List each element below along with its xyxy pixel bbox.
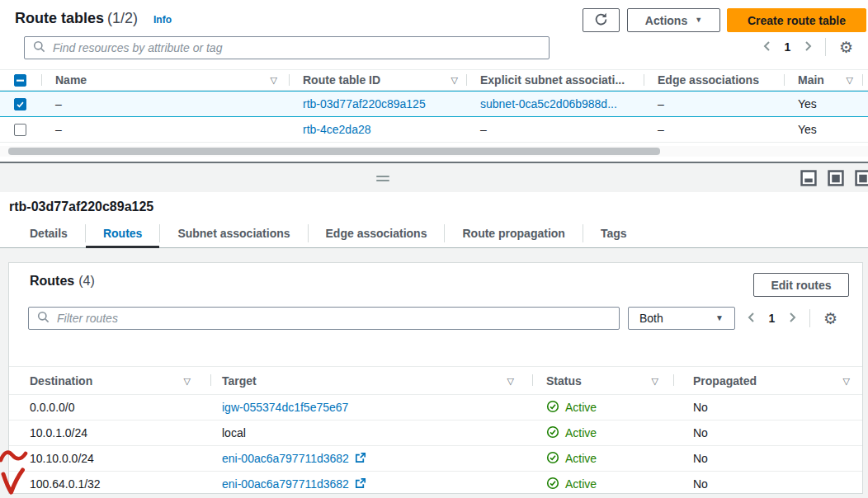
divider bbox=[644, 74, 644, 86]
table-row[interactable]: – rtb-03d77af220c89a125 subnet-0ca5c2d06… bbox=[0, 91, 868, 117]
refresh-button[interactable] bbox=[583, 8, 620, 32]
cell-name: – bbox=[41, 123, 289, 136]
row-checkbox-checked[interactable] bbox=[14, 98, 26, 110]
filter-scope-select[interactable]: Both ▼ bbox=[628, 307, 735, 330]
external-link-icon[interactable] bbox=[355, 452, 366, 466]
column-header-edge-associations[interactable]: Edge associations bbox=[644, 73, 784, 87]
next-page-icon[interactable] bbox=[788, 312, 797, 326]
split-panel: rtb-03d77af220c89a125 Details Routes Sub… bbox=[0, 192, 868, 248]
page-number[interactable]: 1 bbox=[785, 40, 791, 54]
cell-propagated: No bbox=[673, 401, 862, 414]
sort-icon[interactable]: ▽ bbox=[451, 75, 458, 86]
cell-destination: 10.0.1.0/24 bbox=[9, 426, 210, 439]
settings-gear-icon[interactable]: ⚙ bbox=[823, 311, 837, 327]
cell-propagated: No bbox=[673, 477, 862, 491]
column-header-propagated[interactable]: Propagated ▽ bbox=[673, 374, 862, 388]
search-input[interactable] bbox=[51, 40, 540, 55]
resource-search[interactable] bbox=[24, 36, 550, 59]
tab-details[interactable]: Details bbox=[12, 219, 85, 247]
routes-table-header: Destination ▽ Target ▽ Status ▽ Propagat… bbox=[9, 366, 862, 395]
divider bbox=[466, 74, 467, 86]
route-row: 10.10.0.0/24 eni-00ac6a797711d3682 Activ… bbox=[9, 446, 862, 472]
tab-subnet-associations[interactable]: Subnet associations bbox=[160, 219, 307, 247]
column-header-name[interactable]: Name ▽ bbox=[41, 73, 289, 87]
actions-button[interactable]: Actions ▼ bbox=[627, 8, 720, 32]
page-number[interactable]: 1 bbox=[769, 312, 776, 325]
route-tables-header: Name ▽ Route table ID ▽ Explicit subnet … bbox=[0, 69, 868, 91]
subnet-association-link[interactable]: subnet-0ca5c2d06b988d... bbox=[480, 97, 617, 110]
route-tables-table: Name ▽ Route table ID ▽ Explicit subnet … bbox=[0, 69, 868, 143]
routes-pagination: 1 ⚙ bbox=[747, 309, 837, 327]
cell-explicit-subnet: – bbox=[466, 123, 644, 136]
route-table-id-link[interactable]: rtb-4ce2da28 bbox=[303, 123, 371, 136]
info-link[interactable]: Info bbox=[153, 14, 172, 26]
sort-icon[interactable]: ▽ bbox=[843, 375, 850, 386]
resize-drag-handle[interactable] bbox=[376, 176, 389, 184]
tab-edge-associations[interactable]: Edge associations bbox=[309, 219, 445, 247]
tab-bar: Details Routes Subnet associations Edge … bbox=[0, 219, 868, 248]
edit-routes-button[interactable]: Edit routes bbox=[753, 273, 849, 297]
routes-filter-input[interactable] bbox=[55, 311, 611, 326]
sort-icon[interactable]: ▽ bbox=[507, 375, 514, 386]
column-header-route-table-id[interactable]: Route table ID ▽ bbox=[289, 73, 466, 87]
sort-icon[interactable]: ▽ bbox=[847, 75, 853, 86]
target-link[interactable]: eni-00ac6a797711d3682 bbox=[222, 452, 349, 465]
cell-destination: 100.64.0.1/32 bbox=[9, 477, 210, 491]
route-row: 0.0.0.0/0 igw-055374dc1f5e75e67 Active N… bbox=[9, 395, 862, 420]
column-header-status[interactable]: Status ▽ bbox=[532, 374, 673, 388]
status-active-icon bbox=[546, 451, 559, 467]
settings-gear-icon[interactable]: ⚙ bbox=[839, 40, 853, 55]
panel-hide-icon[interactable] bbox=[855, 170, 868, 189]
sort-icon[interactable]: ▽ bbox=[652, 375, 658, 386]
column-header-explicit-subnet[interactable]: Explicit subnet associati... bbox=[466, 73, 644, 87]
route-table-id-link[interactable]: rtb-03d77af220c89a125 bbox=[303, 97, 426, 110]
divider bbox=[673, 374, 674, 386]
next-page-icon[interactable] bbox=[804, 40, 813, 54]
status-label: Active bbox=[565, 477, 597, 491]
column-header-target[interactable]: Target ▽ bbox=[210, 374, 532, 388]
external-link-icon[interactable] bbox=[355, 477, 366, 491]
select-all-checkbox[interactable] bbox=[14, 74, 26, 87]
sort-icon[interactable]: ▽ bbox=[184, 375, 191, 386]
routes-section-title: Routes(4) bbox=[30, 274, 95, 289]
target-link[interactable]: eni-00ac6a797711d3682 bbox=[222, 477, 349, 491]
status-active-icon bbox=[546, 477, 559, 492]
column-header-main[interactable]: Main ▽ bbox=[784, 73, 863, 87]
routes-card: Routes(4) Edit routes Both ▼ 1 ⚙ bbox=[8, 262, 863, 494]
panel-position-controls bbox=[800, 170, 868, 189]
create-route-table-button[interactable]: Create route table bbox=[727, 8, 866, 32]
target-link[interactable]: igw-055374dc1f5e75e67 bbox=[222, 401, 348, 414]
routes-count: (4) bbox=[78, 274, 95, 288]
previous-page-icon[interactable] bbox=[762, 40, 771, 54]
scrollbar-thumb[interactable] bbox=[8, 148, 660, 155]
divider bbox=[809, 309, 810, 327]
column-header-destination[interactable]: Destination ▽ bbox=[9, 374, 210, 388]
panel-side-position-icon[interactable] bbox=[828, 170, 844, 189]
tab-content-area: Routes(4) Edit routes Both ▼ 1 ⚙ bbox=[0, 248, 868, 498]
divider bbox=[41, 74, 42, 86]
chevron-down-icon: ▼ bbox=[715, 314, 724, 322]
cell-name: – bbox=[41, 97, 289, 110]
sort-icon[interactable]: ▽ bbox=[271, 75, 277, 86]
resource-count: (1/2) bbox=[107, 10, 138, 26]
tab-routes[interactable]: Routes bbox=[86, 219, 159, 247]
tab-tags[interactable]: Tags bbox=[583, 219, 644, 247]
status-label: Active bbox=[565, 401, 597, 414]
actions-button-label: Actions bbox=[645, 14, 687, 27]
divider bbox=[784, 74, 785, 86]
row-select-cell bbox=[0, 124, 41, 136]
status-active-icon bbox=[546, 400, 559, 416]
status-label: Active bbox=[565, 426, 597, 439]
row-select-cell bbox=[0, 98, 41, 110]
divider bbox=[532, 374, 533, 386]
cell-destination: 0.0.0.0/0 bbox=[9, 401, 210, 414]
routes-filter[interactable] bbox=[28, 307, 620, 330]
row-checkbox-unchecked[interactable] bbox=[14, 124, 26, 136]
tab-route-propagation[interactable]: Route propagation bbox=[445, 219, 582, 247]
divider bbox=[825, 38, 826, 56]
previous-page-icon[interactable] bbox=[747, 312, 756, 326]
panel-bottom-position-icon[interactable] bbox=[800, 170, 817, 189]
status-label: Active bbox=[565, 452, 597, 465]
table-row[interactable]: – rtb-4ce2da28 – – Yes bbox=[0, 117, 868, 143]
cell-edge-associations: – bbox=[644, 97, 784, 110]
